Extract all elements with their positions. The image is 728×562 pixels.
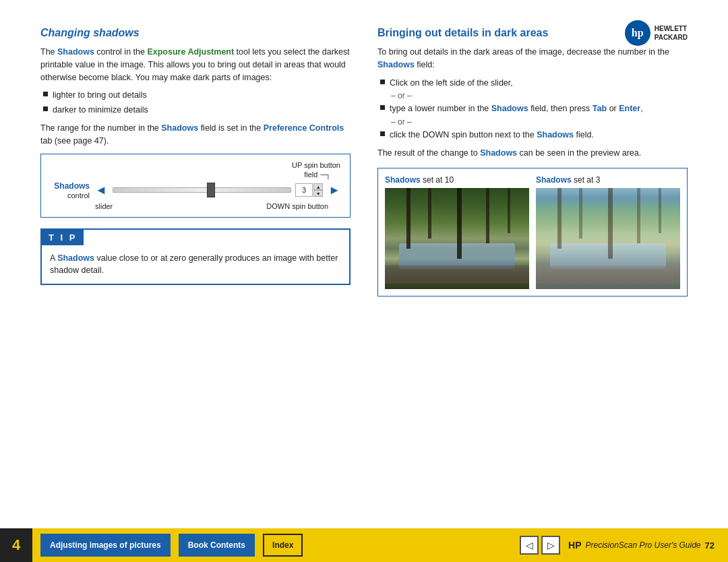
hp-company-name: HEWLETT PACKARD bbox=[655, 24, 688, 42]
prev-page-button[interactable]: ◁ bbox=[520, 536, 539, 555]
right-bullet-list: Click on the left side of the slider, – … bbox=[380, 77, 688, 142]
tip-content: A Shadows value close to or at zero gene… bbox=[42, 245, 349, 284]
left-para1: The Shadows control in the Exposure Adju… bbox=[40, 46, 351, 84]
left-column: Changing shadows The Shadows control in … bbox=[40, 27, 351, 499]
spin-up-button[interactable]: ▲ bbox=[313, 183, 323, 190]
page-number-box: 4 bbox=[0, 528, 32, 562]
photo-dark bbox=[385, 188, 529, 289]
photo-light bbox=[536, 188, 680, 289]
up-spin-label: UP spin button bbox=[292, 161, 340, 169]
tip-header: T I P bbox=[42, 230, 84, 245]
hp-circle-icon: hp bbox=[625, 20, 650, 46]
spin-down-button[interactable]: ▼ bbox=[313, 190, 323, 197]
product-name: PrecisionScan Pro User's Guide bbox=[585, 540, 700, 550]
bullet-icon-1 bbox=[43, 92, 48, 96]
right-bullet-icon-2 bbox=[380, 105, 385, 110]
bullet-icon-2 bbox=[43, 106, 48, 111]
right-para2: The result of the change to Shadows can … bbox=[377, 147, 688, 160]
slider-handle[interactable] bbox=[207, 183, 215, 197]
right-shadows-1: Shadows bbox=[377, 60, 415, 69]
down-spin-label: DOWN spin button bbox=[266, 202, 328, 210]
next-page-button[interactable]: ▷ bbox=[541, 536, 560, 555]
book-contents-button[interactable]: Book Contents bbox=[179, 534, 255, 557]
bullet-item-2: darker to minimize details bbox=[43, 104, 351, 117]
comparison-item-2: Shadows set at 3 bbox=[536, 175, 680, 289]
right-para1: To bring out details in the dark areas o… bbox=[377, 46, 688, 71]
comparison-label-2: Shadows set at 3 bbox=[536, 175, 680, 185]
right-shadows-2: Shadows bbox=[491, 104, 528, 113]
tab-highlight: Tab bbox=[593, 104, 607, 113]
comparison-box: Shadows set at 10 bbox=[377, 168, 688, 296]
right-shadows-3: Shadows bbox=[537, 130, 574, 139]
spin-number-field[interactable]: 3 bbox=[295, 183, 313, 197]
slider-label: slider bbox=[95, 202, 113, 210]
comparison-images: Shadows set at 10 bbox=[385, 175, 680, 289]
adjusting-images-button[interactable]: Adjusting images of pictures bbox=[40, 534, 171, 557]
or-1: – or – bbox=[391, 91, 688, 100]
hp-logo: hp HEWLETT PACKARD bbox=[625, 20, 688, 46]
shadows-control-label: Shadows bbox=[49, 181, 90, 191]
bullet-list-left: lighter to bring out details darker to m… bbox=[43, 89, 351, 117]
or-2: – or – bbox=[391, 117, 688, 127]
left-para2: The range for the number in the Shadows … bbox=[40, 122, 351, 148]
preference-highlight: Preference Controls bbox=[264, 123, 344, 133]
index-button[interactable]: Index bbox=[263, 534, 303, 557]
shadows-highlight-1: Shadows bbox=[57, 47, 94, 57]
forest-light-image bbox=[536, 188, 680, 289]
tip-box: T I P A Shadows value close to or at zer… bbox=[40, 228, 351, 286]
exposure-highlight: Exposure Adjustment bbox=[147, 47, 234, 57]
comp-shadows-1: Shadows bbox=[385, 175, 421, 185]
right-bullet-2: type a lower number in the Shadows field… bbox=[380, 102, 688, 115]
shadows-highlight-2: Shadows bbox=[161, 123, 198, 133]
rocks-dark bbox=[385, 266, 529, 284]
comparison-item-1: Shadows set at 10 bbox=[385, 175, 529, 289]
forest-dark-image bbox=[385, 188, 529, 289]
slider-row: Shadows control ◄ 3 ▲ ▼ ► bbox=[49, 181, 342, 199]
rocks-light bbox=[536, 266, 680, 284]
comparison-label-1: Shadows set at 10 bbox=[385, 175, 529, 185]
hp-brand-text: HP bbox=[568, 540, 581, 551]
right-column: Bringing out details in dark areas To br… bbox=[377, 27, 688, 499]
left-section-title: Changing shadows bbox=[40, 27, 351, 39]
right-page-number: 72 bbox=[705, 540, 715, 551]
bottom-right: ◁ ▷ HP PrecisionScan Pro User's Guide 72 bbox=[516, 536, 728, 555]
bullet-item-1: lighter to bring out details bbox=[43, 89, 351, 102]
nav-arrows: ◁ ▷ bbox=[520, 536, 560, 555]
bottom-bar: 4 Adjusting images of pictures Book Cont… bbox=[0, 528, 728, 562]
right-bullet-icon-3 bbox=[380, 131, 385, 136]
spin-field-group: 3 ▲ ▼ bbox=[295, 183, 323, 197]
slider-track[interactable] bbox=[113, 181, 291, 199]
comp-shadows-2: Shadows bbox=[536, 175, 572, 185]
right-bullet-1: Click on the left side of the slider, bbox=[380, 77, 688, 90]
enter-highlight: Enter bbox=[619, 104, 640, 113]
tip-shadows-highlight: Shadows bbox=[57, 253, 94, 263]
right-shadows-4: Shadows bbox=[480, 148, 517, 158]
control-label: control bbox=[49, 191, 90, 199]
field-label: field bbox=[304, 170, 317, 179]
right-bullet-3: click the DOWN spin button next to the S… bbox=[380, 129, 688, 142]
right-bullet-icon-1 bbox=[380, 80, 385, 84]
slider-diagram: UP spin button field ─┐ Shadows control … bbox=[40, 154, 351, 217]
